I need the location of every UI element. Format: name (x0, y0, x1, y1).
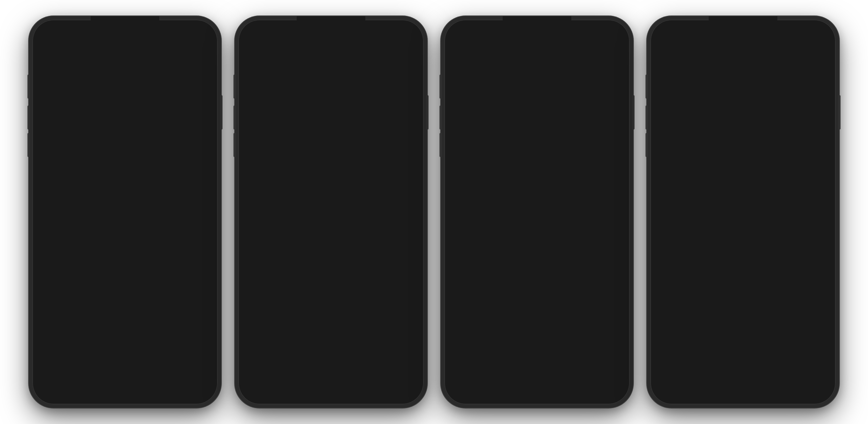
share-button-3[interactable] (606, 352, 619, 364)
menu-icon[interactable] (37, 44, 44, 49)
notch-2 (297, 16, 365, 29)
svg-point-29 (822, 49, 823, 51)
map-dot-1[interactable] (114, 197, 119, 202)
home-indicator-2 (309, 400, 353, 402)
camera-fab[interactable] (191, 358, 209, 377)
status-icons-4 (800, 30, 825, 35)
more-icon-4[interactable] (815, 41, 829, 55)
svg-point-16 (596, 47, 598, 49)
share-button-4[interactable] (812, 352, 825, 364)
nav-back-text-2: App Store (259, 37, 282, 58)
notch-3 (503, 16, 571, 29)
photo-card-header-3: K Kenneth Stone (455, 352, 619, 365)
center-dot-4 (741, 199, 745, 202)
compass-icon-2[interactable] (367, 41, 381, 55)
share-button-2[interactable] (400, 352, 413, 364)
vr-icon-4[interactable] (797, 41, 811, 55)
back-button-4[interactable] (657, 41, 671, 55)
photographer-name-4: Kenneth Stone (678, 355, 809, 361)
sv-top-controls-3: App Store (444, 37, 630, 58)
photo-card-subtitle-3: Cupertino, United States (455, 377, 619, 382)
map-label-homestead-2: Homestead Rd (106, 91, 130, 94)
apple-park-ring (74, 165, 150, 241)
photo-card-title-2: Apple Park Visitor Center (249, 367, 413, 376)
signal-icon-2 (388, 30, 394, 35)
more-icon-2[interactable] (403, 41, 417, 55)
svg-point-21 (616, 49, 617, 51)
tabs-row: FEATURED EXPLORE PROFILE PRIVATE (32, 56, 218, 70)
signal-icon-1 (182, 30, 188, 35)
status-time-2: 14:41 (249, 28, 264, 35)
satellite-map[interactable]: Homestead Rd Homestead Rd Pruneridge Ave… (32, 69, 218, 336)
sv-top-controls-4: App Store (650, 37, 836, 58)
photo-card-subtitle-4: Cupertino, United States (661, 377, 825, 382)
svg-point-19 (616, 45, 617, 46)
phone-2: 14:41 (235, 16, 427, 408)
expand-icon[interactable] (194, 43, 201, 51)
status-icons-3 (594, 30, 619, 35)
photographer-name-2: Hendry Wang (266, 355, 397, 361)
tab-featured[interactable]: FEATURED (32, 56, 69, 70)
battery-icon-4 (816, 30, 825, 35)
status-time-1: 14:41 (43, 28, 58, 35)
wifi-icon-4 (808, 30, 814, 34)
photo-card-title-3: Apple Park Visitor Center (455, 367, 619, 376)
photo-card-2: H Hendry Wang Apple Park Visitor Center … (244, 347, 418, 387)
svg-point-24 (802, 47, 804, 49)
status-time-4: 14:42 (661, 28, 676, 35)
info-subtitle: Multiple photographers (79, 328, 207, 333)
photo-card-header-4: K Kenneth Stone (661, 352, 825, 365)
verified-badge-3 (463, 359, 468, 364)
svg-point-9 (393, 47, 395, 49)
map-dot-white[interactable] (69, 245, 75, 251)
map-dot-3[interactable] (125, 192, 130, 197)
nav-back-text-4: App Store (671, 37, 694, 58)
map-dot-7[interactable] (114, 219, 119, 223)
info-back-button[interactable] (43, 321, 54, 332)
battery-icon-3 (610, 30, 619, 35)
sv-right-controls-2 (367, 41, 417, 55)
photographer-avatar-2: H (249, 352, 262, 365)
back-button-2[interactable] (245, 41, 259, 55)
tab-profile[interactable]: PROFILE (102, 56, 134, 69)
map-dot-4[interactable] (117, 203, 122, 208)
phone-4: 14:42 (647, 16, 839, 408)
vr-icon-3[interactable] (591, 41, 605, 55)
photographer-avatar-4: K (661, 352, 674, 365)
more-icon-3[interactable] (609, 41, 623, 55)
compass-icon-3[interactable] (573, 41, 587, 55)
map-dot-2[interactable] (119, 187, 124, 191)
location-icon[interactable] (205, 43, 213, 51)
tab-private[interactable]: PRIVATE (134, 56, 164, 69)
search-input[interactable]: Search Street View (48, 40, 190, 53)
home-indicator-3 (515, 400, 559, 402)
photo-card-4: K Kenneth Stone Apple Park Visitor Cente… (656, 347, 830, 387)
svg-point-11 (410, 45, 411, 46)
notch-1 (91, 16, 159, 29)
svg-point-25 (805, 47, 807, 49)
home-indicator-1 (103, 400, 147, 402)
svg-point-8 (390, 47, 392, 49)
info-card: Apple Park Visitor Center Multiple photo… (38, 314, 212, 339)
tab-explore[interactable]: EXPLORE (69, 56, 102, 69)
svg-point-12 (410, 47, 411, 48)
info-text: Apple Park Visitor Center Multiple photo… (79, 320, 207, 333)
vr-icon-2[interactable] (385, 41, 399, 55)
photo-card-subtitle-2: Cupertino, United States (249, 377, 413, 382)
svg-point-13 (410, 49, 411, 51)
photo-card-3: K Kenneth Stone Apple Park Visitor Cente… (450, 347, 624, 387)
street-preview (32, 336, 218, 404)
map-label-tantau: N Tantau Ave (186, 141, 190, 162)
signal-icon-4 (800, 30, 806, 35)
info-avatar (59, 319, 74, 334)
sv-top-controls-2: App Store (238, 37, 424, 58)
info-title: Apple Park Visitor Center (79, 320, 207, 327)
wifi-icon-1 (190, 30, 196, 34)
status-time-3: 14:42 (455, 28, 470, 35)
phone-3: 14:42 (441, 16, 633, 408)
compass-icon-4[interactable] (779, 41, 793, 55)
back-button-3[interactable] (451, 41, 465, 55)
wifi-icon-2 (396, 30, 402, 34)
nav-back-text-3: App Store (465, 37, 488, 58)
map-label-homestead-1: Homestead Rd (38, 91, 62, 94)
